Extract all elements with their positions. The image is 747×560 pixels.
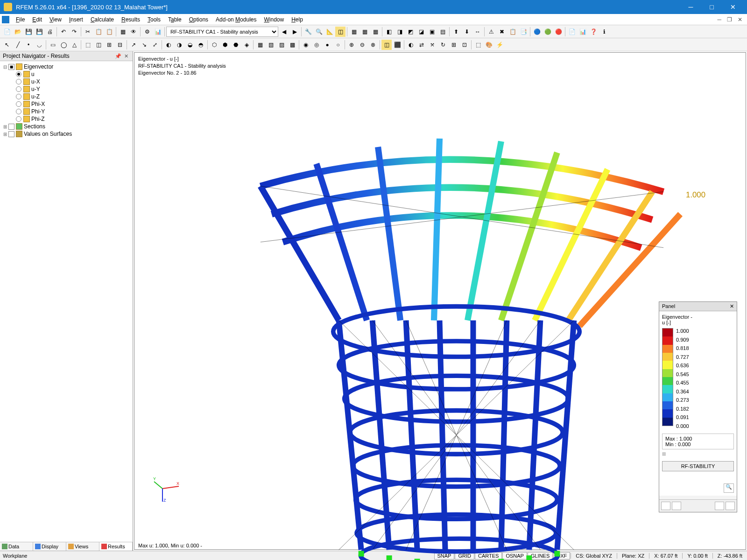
tl-g-icon[interactable]: ▦ bbox=[370, 27, 381, 37]
panel-foot-3-icon[interactable] bbox=[715, 502, 724, 510]
pin-icon[interactable]: 📌 bbox=[113, 53, 123, 59]
t2-v-icon[interactable]: ▩ bbox=[287, 40, 297, 50]
t2-12-icon[interactable]: ⬚ bbox=[473, 40, 483, 50]
mdi-restore[interactable]: ❐ bbox=[724, 16, 735, 23]
redo-icon[interactable]: ↷ bbox=[69, 27, 79, 37]
tree-values[interactable]: Values on Surfaces bbox=[24, 131, 72, 137]
calc-icon[interactable]: ⚙ bbox=[142, 27, 152, 37]
t2-14-icon[interactable]: ⚡ bbox=[494, 40, 505, 50]
print-icon[interactable]: 🖨 bbox=[45, 27, 55, 37]
t2-8-icon[interactable]: ⤧ bbox=[427, 40, 437, 50]
tab-display[interactable]: Display bbox=[33, 542, 66, 551]
rf-stability-button[interactable]: RF-STABILITY bbox=[662, 461, 734, 471]
menu-tools[interactable]: Tools bbox=[144, 15, 164, 24]
copy-icon[interactable]: 📋 bbox=[93, 27, 104, 37]
tl-n-icon[interactable]: ⬆ bbox=[451, 27, 461, 37]
draw-node-icon[interactable]: • bbox=[23, 40, 34, 50]
panel-foot-1-icon[interactable] bbox=[661, 502, 670, 510]
menu-results[interactable]: Results bbox=[118, 15, 144, 24]
t2-h-icon[interactable]: ↗ bbox=[128, 40, 139, 50]
t2-a-icon[interactable]: ▭ bbox=[48, 40, 58, 50]
next-icon[interactable]: ▶ bbox=[289, 27, 300, 37]
tl-j-icon[interactable]: ◩ bbox=[405, 27, 416, 37]
tl-f-icon[interactable]: ▦ bbox=[359, 27, 370, 37]
radio-ux[interactable] bbox=[16, 79, 21, 84]
zoom-icon[interactable]: 🔍 bbox=[724, 483, 734, 493]
t2-n-icon[interactable]: ◓ bbox=[196, 40, 206, 50]
radio-u[interactable] bbox=[16, 71, 21, 77]
t2-r-icon[interactable]: ◈ bbox=[241, 40, 252, 50]
tl-d-icon[interactable]: ◫ bbox=[335, 27, 345, 37]
menu-help[interactable]: Help bbox=[288, 15, 307, 24]
draw-arc-icon[interactable]: ◡ bbox=[34, 40, 44, 50]
t2-i-icon[interactable]: ↘ bbox=[139, 40, 149, 50]
tl-k-icon[interactable]: ◪ bbox=[416, 27, 426, 37]
tl-h-icon[interactable]: ◧ bbox=[384, 27, 394, 37]
menu-addon[interactable]: Add-on Modules bbox=[212, 15, 260, 24]
tree-eigenvector[interactable]: Eigenvector bbox=[24, 63, 53, 70]
t2-13-icon[interactable]: 🎨 bbox=[484, 40, 494, 50]
t2-q-icon[interactable]: ⬣ bbox=[231, 40, 241, 50]
tab-views[interactable]: Views bbox=[66, 542, 99, 551]
t2-u-icon[interactable]: ▨ bbox=[276, 40, 287, 50]
navigator-tree[interactable]: ⊟◼Eigenvector u u-X u-Y u-Z Phi-X Phi-Y … bbox=[0, 61, 133, 542]
t2-10-icon[interactable]: ⊞ bbox=[449, 40, 459, 50]
viewport-3d[interactable]: Eigenvector - u [-] RF-STABILITY CA1 - S… bbox=[134, 52, 746, 550]
navigator-close-icon[interactable]: ✕ bbox=[123, 53, 130, 59]
minimize-button[interactable]: ─ bbox=[680, 0, 701, 14]
save-icon[interactable]: 💾 bbox=[23, 27, 34, 37]
t2-l-icon[interactable]: ◑ bbox=[174, 40, 184, 50]
tl-o-icon[interactable]: ⬇ bbox=[462, 27, 472, 37]
t2-11-icon[interactable]: ⊡ bbox=[459, 40, 470, 50]
t2-x-icon[interactable]: ◎ bbox=[311, 40, 322, 50]
menu-file[interactable]: File bbox=[12, 15, 28, 24]
grid-icon[interactable]: ▦ bbox=[118, 27, 128, 37]
t2-3-icon[interactable]: ⊗ bbox=[368, 40, 378, 50]
tl-r-icon[interactable]: ✖ bbox=[497, 27, 507, 37]
tl-m-icon[interactable]: ▤ bbox=[437, 27, 448, 37]
menu-insert[interactable]: Insert bbox=[65, 15, 87, 24]
menu-table[interactable]: Table bbox=[164, 15, 185, 24]
tl-q-icon[interactable]: ⚠ bbox=[486, 27, 496, 37]
saveall-icon[interactable]: 💾 bbox=[34, 27, 44, 37]
panel-close-icon[interactable]: ✕ bbox=[730, 303, 734, 309]
t2-1-icon[interactable]: ⊕ bbox=[346, 40, 357, 50]
undo-icon[interactable]: ↶ bbox=[58, 27, 69, 37]
t2-g-icon[interactable]: ⊟ bbox=[115, 40, 125, 50]
prev-icon[interactable]: ◀ bbox=[279, 27, 289, 37]
radio-phiz[interactable] bbox=[16, 116, 21, 122]
panel-foot-2-icon[interactable] bbox=[672, 502, 681, 510]
mdi-minimize[interactable]: ─ bbox=[714, 16, 724, 23]
tl-i-icon[interactable]: ◨ bbox=[395, 27, 405, 37]
t2-s-icon[interactable]: ▦ bbox=[255, 40, 265, 50]
t2-e-icon[interactable]: ◫ bbox=[93, 40, 104, 50]
t2-5-icon[interactable]: ⬛ bbox=[392, 40, 402, 50]
loadcase-dropdown[interactable]: RF-STABILITY CA1 - Stability analysis bbox=[166, 27, 278, 37]
tl-w-icon[interactable]: 🔴 bbox=[553, 27, 564, 37]
t2-7-icon[interactable]: ⇄ bbox=[416, 40, 427, 50]
tab-results[interactable]: Results bbox=[99, 542, 133, 551]
radio-phiy[interactable] bbox=[16, 109, 21, 114]
tl-z-icon[interactable]: ❓ bbox=[588, 27, 599, 37]
tl-v-icon[interactable]: 🟢 bbox=[543, 27, 553, 37]
t2-b-icon[interactable]: ◯ bbox=[58, 40, 69, 50]
tl-x-icon[interactable]: 📄 bbox=[567, 27, 577, 37]
tl-info-icon[interactable]: ℹ bbox=[599, 27, 609, 37]
t2-o-icon[interactable]: ⬡ bbox=[209, 40, 219, 50]
menu-calculate[interactable]: Calculate bbox=[87, 15, 118, 24]
t2-k-icon[interactable]: ◐ bbox=[163, 40, 174, 50]
t2-w-icon[interactable]: ◉ bbox=[301, 40, 311, 50]
t2-4-icon[interactable]: ◫ bbox=[381, 40, 392, 50]
menu-options[interactable]: Options bbox=[185, 15, 212, 24]
t2-2-icon[interactable]: ⊖ bbox=[357, 40, 367, 50]
open-icon[interactable]: 📂 bbox=[13, 27, 23, 37]
radio-uz[interactable] bbox=[16, 94, 21, 99]
tl-u-icon[interactable]: 🔵 bbox=[532, 27, 542, 37]
paste-icon[interactable]: 📋 bbox=[104, 27, 114, 37]
radio-uy[interactable] bbox=[16, 86, 21, 92]
cut-icon[interactable]: ✂ bbox=[83, 27, 93, 37]
tl-a-icon[interactable]: 🔧 bbox=[303, 27, 313, 37]
t2-c-icon[interactable]: △ bbox=[69, 40, 79, 50]
new-icon[interactable]: 📄 bbox=[2, 27, 12, 37]
results-icon[interactable]: 📊 bbox=[153, 27, 163, 37]
